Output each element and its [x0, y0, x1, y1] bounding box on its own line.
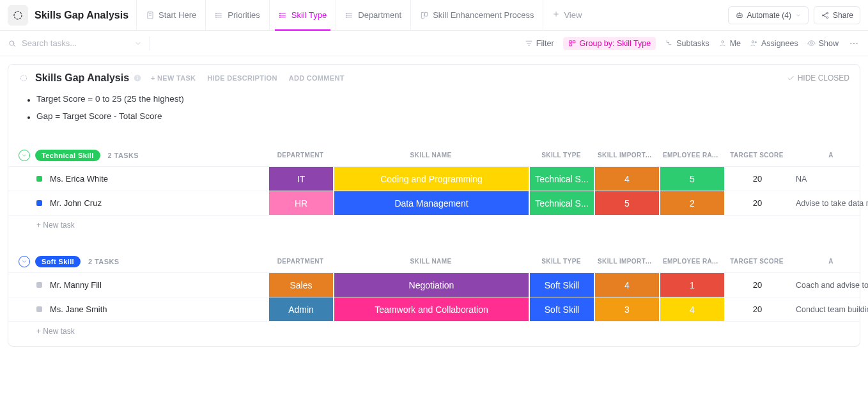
importance-cell[interactable]: 5 [594, 191, 659, 215]
hide-description-button[interactable]: HIDE DESCRIPTION [207, 74, 277, 82]
skill-name-cell[interactable]: Negotiation [333, 273, 529, 297]
hide-closed-toggle[interactable]: HIDE CLOSED [787, 74, 849, 83]
tab-label: Department [358, 10, 401, 20]
skill-type-cell[interactable]: Soft Skill [529, 297, 594, 321]
action-cell[interactable]: NA [789, 167, 868, 191]
column-header[interactable]: DEPARTMENT [268, 258, 333, 265]
svg-rect-22 [570, 44, 571, 46]
action-cell[interactable]: Conduct team building ac [789, 297, 868, 321]
group-by-button[interactable]: Group by: Skill Type [563, 37, 656, 50]
skill-type-cell[interactable]: Soft Skill [529, 273, 594, 297]
new-task-button[interactable]: + New task [8, 216, 860, 237]
collapse-toggle[interactable] [19, 150, 30, 161]
list-group-icon [345, 11, 354, 20]
target-score-cell[interactable]: 20 [724, 273, 789, 297]
skill-name-cell[interactable]: Coding and Programming [333, 167, 529, 191]
status-icon[interactable] [36, 176, 42, 182]
column-header[interactable]: SKILL IMPORTAN... [594, 152, 659, 159]
status-icon[interactable] [36, 306, 42, 312]
column-header[interactable]: SKILL IMPORTAN... [594, 258, 659, 265]
target-score-cell[interactable]: 20 [724, 191, 789, 215]
importance-cell[interactable]: 3 [594, 297, 659, 321]
column-header[interactable]: A [789, 152, 868, 159]
me-button[interactable]: Me [718, 39, 741, 48]
column-header[interactable]: DEPARTMENT [268, 152, 333, 159]
new-task-button[interactable]: + New task [8, 322, 860, 343]
column-header[interactable]: TARGET SCORE [724, 152, 789, 159]
search-wrap[interactable] [8, 38, 142, 49]
skill-name-cell[interactable]: Data Management [333, 191, 529, 215]
filter-button[interactable]: Filter [525, 39, 554, 48]
task-name-cell[interactable]: Ms. Erica White [8, 167, 268, 191]
target-score-cell[interactable]: 20 [724, 297, 789, 321]
task-name-cell[interactable]: Ms. Jane Smith [8, 297, 268, 321]
column-header[interactable]: TARGET SCORE [724, 258, 789, 265]
tab-priorities[interactable]: Priorities [205, 0, 269, 31]
tab-department[interactable]: Department [336, 0, 410, 31]
task-row[interactable]: Mr. Manny FillSalesNegotiationSoft Skill… [8, 273, 860, 297]
svg-point-27 [850, 42, 851, 43]
action-cell[interactable]: Coach and advise to take [789, 273, 868, 297]
search-input[interactable] [20, 38, 134, 49]
eye-icon [807, 39, 816, 47]
group-badge[interactable]: Technical Skill [35, 150, 100, 161]
status-circle-icon[interactable] [19, 73, 29, 83]
department-cell[interactable]: Admin [268, 297, 333, 321]
department-cell[interactable]: Sales [268, 273, 333, 297]
svg-point-2 [215, 13, 216, 13]
tab-label: Priorities [228, 10, 260, 20]
tab-start-here[interactable]: Start Here [136, 0, 205, 31]
info-icon[interactable] [133, 74, 142, 83]
task-row[interactable]: Ms. Jane SmithAdminTeamwork and Collabor… [8, 297, 860, 322]
skill-type-cell[interactable]: Technical S... [529, 167, 594, 191]
task-row[interactable]: Ms. Erica WhiteITCoding and ProgrammingT… [8, 167, 860, 191]
column-header[interactable]: SKILL NAME [333, 258, 529, 265]
column-header[interactable]: SKILL TYPE [529, 152, 594, 159]
svg-point-0 [14, 12, 22, 19]
column-header[interactable]: SKILL NAME [333, 152, 529, 159]
rating-cell[interactable]: 5 [659, 167, 724, 191]
task-name-cell[interactable]: Mr. John Cruz [8, 191, 268, 215]
new-task-button[interactable]: + NEW TASK [151, 74, 196, 82]
action-cell[interactable]: Advise to take data mana [789, 191, 868, 215]
rating-cell[interactable]: 1 [659, 273, 724, 297]
skill-type-cell[interactable]: Technical S... [529, 191, 594, 215]
tab-enhancement-process[interactable]: Skill Enhancement Process [410, 0, 543, 31]
skill-name-cell[interactable]: Teamwork and Collaboration [333, 297, 529, 321]
view-controls: Filter Group by: Skill Type Subtasks Me … [525, 37, 860, 50]
task-row[interactable]: Mr. John CruzHRData ManagementTechnical … [8, 191, 860, 216]
status-icon[interactable] [36, 282, 42, 288]
list-settings-icon[interactable] [8, 5, 28, 26]
tab-skill-type[interactable]: Skill Type [269, 0, 336, 31]
add-view-button[interactable]: View [543, 0, 591, 31]
more-menu-button[interactable] [848, 37, 860, 50]
svg-rect-13 [736, 13, 741, 17]
show-button[interactable]: Show [807, 39, 839, 48]
importance-cell[interactable]: 4 [594, 273, 659, 297]
svg-rect-33 [137, 76, 137, 77]
rating-cell[interactable]: 4 [659, 297, 724, 321]
filter-icon [525, 39, 533, 47]
rating-cell[interactable]: 2 [659, 191, 724, 215]
department-cell[interactable]: HR [268, 191, 333, 215]
importance-cell[interactable]: 4 [594, 167, 659, 191]
subtasks-button[interactable]: Subtasks [665, 39, 709, 48]
automate-button[interactable]: Automate (4) [728, 6, 809, 24]
column-header[interactable]: SKILL TYPE [529, 258, 594, 265]
column-header[interactable]: A [789, 258, 868, 265]
task-name-cell[interactable]: Mr. Manny Fill [8, 273, 268, 297]
add-comment-button[interactable]: ADD COMMENT [289, 74, 345, 82]
svg-point-8 [346, 13, 346, 13]
group-badge[interactable]: Soft Skill [35, 256, 81, 267]
svg-point-6 [279, 15, 280, 15]
column-header[interactable]: EMPLOYEE RATI... [659, 152, 724, 159]
target-score-cell[interactable]: 20 [724, 167, 789, 191]
assignees-button[interactable]: Assignees [750, 39, 798, 48]
collapse-toggle[interactable] [19, 256, 30, 267]
column-header[interactable]: EMPLOYEE RATI... [659, 258, 724, 265]
chevron-down-icon[interactable] [134, 40, 142, 47]
department-cell[interactable]: IT [268, 167, 333, 191]
share-button[interactable]: Share [814, 6, 860, 24]
add-view-label: View [564, 10, 582, 20]
status-icon[interactable] [36, 200, 42, 206]
